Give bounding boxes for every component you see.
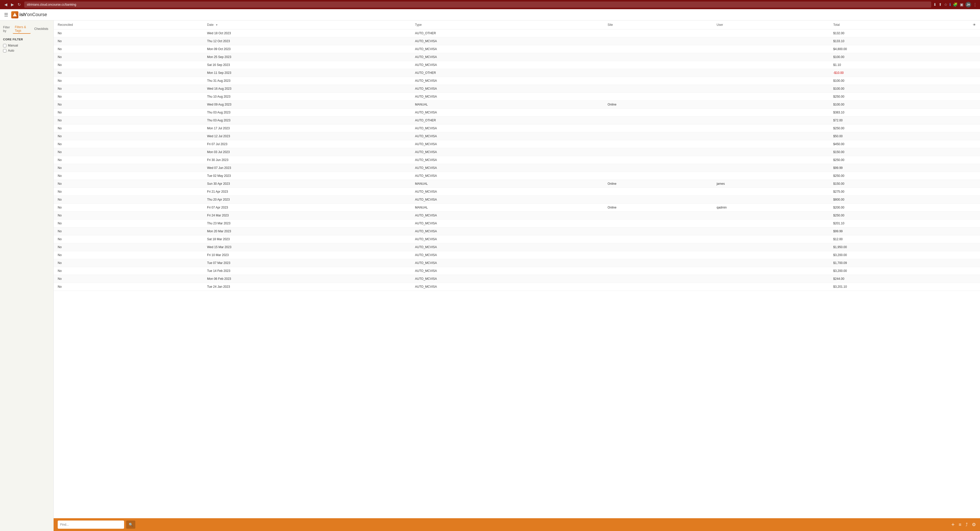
url-bar[interactable] — [24, 2, 931, 8]
col-total: Total — [829, 21, 969, 29]
table-row[interactable]: NoFri 07 Jul 2023AUTO_MCVISA$450.00 — [54, 140, 980, 148]
table-row[interactable]: NoSun 30 Apr 2023MANUALOnlinejames$150.0… — [54, 180, 980, 188]
tab-checklists[interactable]: Checklists — [32, 26, 50, 32]
table-row[interactable]: NoTue 02 May 2023AUTO_MCVISA$250.00 — [54, 172, 980, 180]
cell-reconciled: No — [54, 85, 203, 93]
table-row[interactable]: NoTue 14 Feb 2023AUTO_MCVISA$3,200.00 — [54, 267, 980, 275]
table-row[interactable]: NoThu 31 Aug 2023AUTO_MCVISA$100.00 — [54, 77, 980, 85]
col-date[interactable]: Date ▼ — [203, 21, 411, 29]
upload-icon[interactable]: ⬆ — [939, 2, 942, 7]
forward-button[interactable]: ▶ — [10, 2, 15, 7]
cell-user — [713, 69, 829, 77]
table-row[interactable]: NoFri 30 Jun 2023AUTO_MCVISA$250.00 — [54, 156, 980, 164]
add-button[interactable]: + — [951, 521, 955, 528]
cell-reconciled: No — [54, 69, 203, 77]
table-row[interactable]: NoThu 20 Apr 2023AUTO_MCVISA$800.00 — [54, 196, 980, 204]
filter-option-manual[interactable]: Manual — [3, 43, 50, 48]
table-row[interactable]: NoThu 12 Oct 2023AUTO_MCVISA$133.10 — [54, 37, 980, 45]
cell-total: $250.00 — [829, 124, 969, 132]
table-row[interactable]: NoWed 15 Mar 2023AUTO_MCVISA$1,950.00 — [54, 243, 980, 251]
table-row[interactable]: NoThu 10 Aug 2023AUTO_MCVISA$250.00 — [54, 93, 980, 100]
manual-label: Manual — [8, 44, 18, 47]
download-icon[interactable]: ⬇ — [933, 2, 937, 7]
share-icon[interactable]: ⤴ — [966, 522, 968, 528]
table-row[interactable]: NoFri 24 Mar 2023AUTO_MCVISA$250.00 — [54, 212, 980, 220]
cell-action — [969, 275, 980, 283]
cell-reconciled: No — [54, 124, 203, 132]
refresh-button[interactable]: ↻ — [16, 2, 22, 7]
table-row[interactable]: NoWed 12 Jul 2023AUTO_MCVISA$50.00 — [54, 132, 980, 140]
hamburger-menu[interactable]: ☰ — [4, 12, 8, 18]
manual-checkbox[interactable] — [3, 44, 6, 47]
col-visibility[interactable]: 👁 — [969, 21, 980, 29]
puzzle-icon[interactable]: 🧩 — [953, 2, 958, 7]
table-row[interactable]: NoMon 06 Feb 2023AUTO_MCVISA$244.00 — [54, 275, 980, 283]
table-row[interactable]: NoMon 09 Oct 2023AUTO_MCVISA$4,800.00 — [54, 45, 980, 53]
cell-user — [713, 85, 829, 93]
cell-total: $250.00 — [829, 172, 969, 180]
cell-reconciled: No — [54, 100, 203, 108]
cell-type: AUTO_MCVISA — [411, 172, 603, 180]
cell-site — [604, 243, 713, 251]
cell-action — [969, 251, 980, 259]
menu-dots-icon[interactable]: ⋮ — [973, 2, 977, 7]
cell-action — [969, 148, 980, 156]
table-row[interactable]: NoTue 07 Mar 2023AUTO_MCVISA$1,700.09 — [54, 259, 980, 267]
table-row[interactable]: NoWed 18 Oct 2023AUTO_OTHER$132.00 — [54, 29, 980, 37]
table-row[interactable]: NoSat 16 Sep 2023AUTO_MCVISA$1.10 — [54, 61, 980, 69]
cell-action — [969, 156, 980, 164]
window-icon[interactable]: ▣ — [960, 2, 963, 7]
cell-user — [713, 61, 829, 69]
auto-checkbox[interactable] — [3, 49, 6, 53]
eye-icon[interactable]: 👁 — [973, 23, 976, 27]
cell-type: AUTO_MCVISA — [411, 259, 603, 267]
cell-site — [604, 140, 713, 148]
cell-total: $1.10 — [829, 61, 969, 69]
cell-date: Thu 31 Aug 2023 — [203, 77, 411, 85]
table-row[interactable]: NoTue 24 Jan 2023AUTO_MCVISA$3,201.10 — [54, 283, 980, 291]
search-button[interactable]: 🔍 — [126, 520, 135, 529]
cell-reconciled: No — [54, 29, 203, 37]
cell-site — [604, 188, 713, 196]
table-row[interactable]: NoMon 25 Sep 2023AUTO_MCVISA$100.00 — [54, 53, 980, 61]
cell-type: AUTO_MCVISA — [411, 212, 603, 220]
info-icon[interactable]: ℹ — [949, 2, 951, 7]
list-view-icon[interactable]: ≡ — [959, 522, 961, 528]
browser-icons: ⬇ ⬆ ☆ ℹ 🧩 ▣ JH ⋮ — [933, 2, 977, 7]
table-row[interactable]: NoFri 10 Mar 2023AUTO_MCVISA$3,200.00 — [54, 251, 980, 259]
cell-type: AUTO_MCVISA — [411, 77, 603, 85]
search-input[interactable] — [58, 520, 124, 529]
table-row[interactable]: NoWed 16 Aug 2023AUTO_MCVISA$100.00 — [54, 85, 980, 93]
table-row[interactable]: NoWed 09 Aug 2023MANUALOnline$100.00 — [54, 100, 980, 108]
table-row[interactable]: NoFri 07 Apr 2023MANUALOnlineqadmin$200.… — [54, 204, 980, 212]
user-avatar[interactable]: JH — [966, 2, 971, 7]
settings-icon[interactable]: ⚙ — [972, 522, 976, 528]
cell-total: $250.00 — [829, 212, 969, 220]
table-row[interactable]: NoWed 07 Jun 2023AUTO_MCVISA$99.99 — [54, 164, 980, 172]
table-row[interactable]: NoThu 23 Mar 2023AUTO_MCVISA$201.10 — [54, 220, 980, 227]
back-button[interactable]: ◀ — [3, 2, 9, 7]
table-row[interactable]: NoMon 11 Sep 2023AUTO_OTHER-$10.00 — [54, 69, 980, 77]
table-row[interactable]: NoSat 18 Mar 2023AUTO_MCVISA$12.00 — [54, 235, 980, 243]
table-row[interactable]: NoMon 20 Mar 2023AUTO_MCVISA$99.99 — [54, 227, 980, 235]
table-container[interactable]: Reconciled Date ▼ Type Site User Total 👁 — [54, 21, 980, 518]
cell-action — [969, 116, 980, 124]
cell-date: Fri 21 Apr 2023 — [203, 188, 411, 196]
cell-type: MANUAL — [411, 100, 603, 108]
cell-date: Fri 24 Mar 2023 — [203, 212, 411, 220]
table-row[interactable]: NoThu 03 Aug 2023AUTO_MCVISA$383.10 — [54, 108, 980, 116]
cell-date: Fri 10 Mar 2023 — [203, 251, 411, 259]
cell-site — [604, 132, 713, 140]
tab-filters-tags[interactable]: Filters & Tags — [13, 24, 31, 34]
cell-user — [713, 140, 829, 148]
star-icon[interactable]: ☆ — [944, 2, 947, 7]
cell-site — [604, 227, 713, 235]
table-row[interactable]: NoMon 03 Jul 2023AUTO_MCVISA$150.00 — [54, 148, 980, 156]
table-row[interactable]: NoThu 03 Aug 2023AUTO_OTHER$72.00 — [54, 116, 980, 124]
cell-reconciled: No — [54, 148, 203, 156]
filter-option-auto[interactable]: Auto — [3, 48, 50, 53]
col-reconciled: Reconciled — [54, 21, 203, 29]
cell-site — [604, 275, 713, 283]
table-row[interactable]: NoMon 17 Jul 2023AUTO_MCVISA$250.00 — [54, 124, 980, 132]
table-row[interactable]: NoFri 21 Apr 2023AUTO_MCVISA$275.00 — [54, 188, 980, 196]
